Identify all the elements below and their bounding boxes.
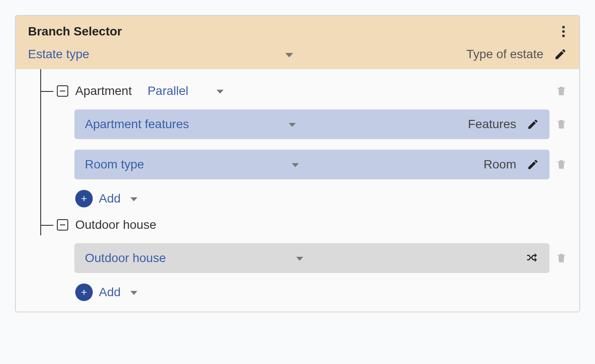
trash-icon <box>556 84 567 98</box>
caret-down-icon <box>130 291 137 295</box>
minus-icon <box>60 224 65 225</box>
add-child-button[interactable] <box>75 284 93 301</box>
child-row: Outdoor house <box>74 243 567 273</box>
panel-header: Branch Selector Estate type Type of esta… <box>16 16 579 69</box>
child-dropdown[interactable]: Outdoor house <box>85 251 166 265</box>
collapse-toggle[interactable] <box>57 85 68 97</box>
child-display-label: Features <box>468 117 517 131</box>
child-card-outdoor-house: Outdoor house <box>74 243 550 273</box>
caret-down-icon <box>292 163 299 167</box>
child-dropdown[interactable]: Room type <box>85 158 144 172</box>
caret-down-icon <box>217 90 224 94</box>
branch-selector-panel: Branch Selector Estate type Type of esta… <box>15 15 580 312</box>
svg-point-1 <box>562 30 565 33</box>
tree-connector-line <box>40 91 53 92</box>
collapse-toggle[interactable] <box>57 219 68 231</box>
caret-down-icon <box>296 257 303 261</box>
branch-children: Apartment features Features <box>57 104 567 207</box>
plus-icon <box>80 288 88 297</box>
branch-apartment: Apartment Parallel Apartment features <box>31 78 567 207</box>
estate-type-dropdown[interactable]: Estate type <box>28 47 89 61</box>
child-caret[interactable] <box>288 158 299 172</box>
panel-title: Branch Selector <box>28 24 122 38</box>
edit-display-label-button[interactable] <box>554 48 567 61</box>
add-child-label[interactable]: Add <box>99 285 121 299</box>
child-card-room-type: Room type Room <box>74 150 550 179</box>
tree-connector-line <box>40 225 53 226</box>
child-dropdown[interactable]: Apartment features <box>85 117 189 131</box>
add-child-caret[interactable] <box>127 192 137 206</box>
estate-type-caret[interactable] <box>282 47 293 61</box>
pencil-icon <box>527 158 539 171</box>
child-caret[interactable] <box>285 117 296 131</box>
pencil-icon <box>527 118 539 130</box>
plus-icon <box>80 194 88 203</box>
branch-mode-label: Parallel <box>147 84 188 98</box>
more-options-button[interactable] <box>560 24 567 39</box>
branch-mode-dropdown[interactable]: Parallel <box>147 84 188 98</box>
shuffle-icon <box>525 252 539 265</box>
add-child-caret[interactable] <box>127 285 137 299</box>
edit-child-button[interactable] <box>527 118 539 130</box>
child-caret[interactable] <box>293 251 303 265</box>
add-child-row: Add <box>74 190 567 207</box>
trash-icon <box>556 252 567 265</box>
delete-branch-button[interactable] <box>556 84 567 98</box>
branch-mode-caret[interactable] <box>213 84 224 98</box>
pencil-icon <box>554 48 567 61</box>
delete-child-button[interactable] <box>556 118 567 131</box>
caret-down-icon <box>130 197 137 201</box>
add-child-label[interactable]: Add <box>99 192 121 206</box>
branch-title: Apartment <box>75 84 132 98</box>
estate-type-display-label: Type of estate <box>466 47 543 61</box>
edit-child-button[interactable] <box>527 158 539 171</box>
shuffle-child-button[interactable] <box>525 252 539 265</box>
child-row: Apartment features Features <box>74 109 567 139</box>
panel-body: Apartment Parallel Apartment features <box>16 69 579 312</box>
minus-icon <box>60 91 65 91</box>
add-child-button[interactable] <box>75 190 93 207</box>
child-display-label: Room <box>483 158 516 172</box>
child-row: Room type Room <box>74 150 567 179</box>
caret-down-icon <box>289 123 296 127</box>
svg-point-0 <box>562 26 565 28</box>
branch-title: Outdoor house <box>75 218 156 232</box>
delete-child-button[interactable] <box>556 158 567 171</box>
kebab-icon <box>562 25 565 38</box>
trash-icon <box>556 158 567 171</box>
trash-icon <box>556 118 567 131</box>
branch-outdoor-house: Outdoor house Outdoor house <box>31 212 567 301</box>
child-card-apartment-features: Apartment features Features <box>74 109 550 139</box>
caret-down-icon <box>285 53 293 57</box>
branch-children: Outdoor house <box>57 238 567 301</box>
delete-child-button[interactable] <box>556 252 567 265</box>
svg-point-2 <box>562 35 565 37</box>
add-child-row: Add <box>74 284 567 301</box>
